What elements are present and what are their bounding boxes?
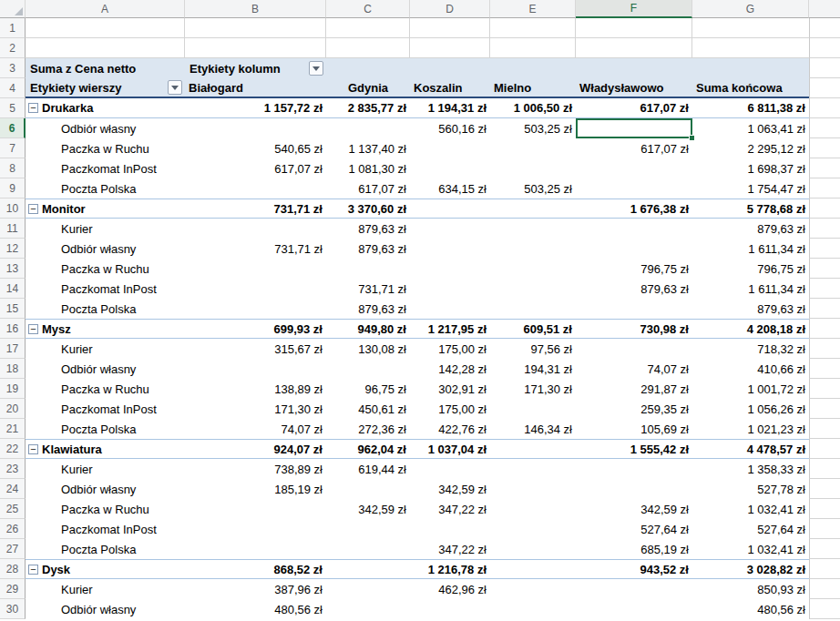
pivot-row-label[interactable]: Paczka w Ruchu bbox=[26, 379, 185, 399]
pivot-value-cell[interactable] bbox=[490, 219, 576, 239]
empty-cell[interactable] bbox=[26, 18, 185, 38]
pivot-value-cell[interactable]: 96,75 zł bbox=[326, 379, 410, 399]
pivot-value-cell[interactable]: 97,56 zł bbox=[490, 339, 576, 359]
row-number-9[interactable]: 9 bbox=[0, 178, 26, 199]
pivot-value-cell[interactable] bbox=[576, 178, 692, 199]
empty-cell[interactable] bbox=[692, 18, 809, 38]
row-number-1[interactable]: 1 bbox=[0, 18, 26, 38]
empty-cell[interactable] bbox=[809, 98, 840, 118]
pivot-value-cell[interactable]: 527,78 zł bbox=[692, 479, 809, 499]
pivot-value-cell[interactable]: 138,89 zł bbox=[185, 379, 326, 399]
pivot-row-label[interactable]: Odbiór własny bbox=[26, 599, 185, 619]
pivot-value-cell[interactable] bbox=[576, 339, 692, 359]
pivot-value-cell[interactable]: 730,98 zł bbox=[576, 319, 692, 339]
pivot-value-cell[interactable]: 387,96 zł bbox=[185, 579, 326, 599]
pivot-value-cell[interactable]: 480,56 zł bbox=[185, 599, 326, 619]
empty-cell[interactable] bbox=[809, 439, 840, 459]
pivot-value-cell[interactable]: 3 028,82 zł bbox=[692, 559, 809, 579]
empty-cell[interactable] bbox=[26, 38, 185, 58]
pivot-value-cell[interactable] bbox=[326, 539, 410, 559]
pivot-value-cell[interactable]: 1 216,78 zł bbox=[410, 559, 490, 579]
pivot-value-cell[interactable]: 175,00 zł bbox=[410, 399, 490, 419]
pivot-value-cell[interactable]: 1 698,37 zł bbox=[692, 158, 809, 178]
pivot-row-labels-caption[interactable]: Etykiety wierszy bbox=[26, 78, 185, 98]
pivot-row-label[interactable]: Poczta Polska bbox=[26, 299, 185, 319]
pivot-value-cell[interactable]: 1 555,42 zł bbox=[576, 439, 692, 459]
pivot-value-cell[interactable] bbox=[326, 118, 410, 138]
row-number-24[interactable]: 24 bbox=[0, 479, 26, 499]
row-number-16[interactable]: 16 bbox=[0, 319, 26, 339]
pivot-value-cell[interactable]: 1 137,40 zł bbox=[326, 138, 410, 158]
pivot-value-cell[interactable] bbox=[410, 158, 490, 178]
empty-cell[interactable] bbox=[326, 38, 410, 58]
pivot-row-label[interactable]: Kurier bbox=[26, 339, 185, 359]
pivot-value-cell[interactable]: 868,52 zł bbox=[185, 559, 326, 579]
pivot-value-cell[interactable]: 185,19 zł bbox=[185, 479, 326, 499]
pivot-row-label[interactable]: −Drukarka bbox=[26, 98, 185, 118]
pivot-value-cell[interactable]: 462,96 zł bbox=[410, 579, 490, 599]
empty-cell[interactable] bbox=[809, 599, 840, 619]
pivot-value-cell[interactable] bbox=[490, 299, 576, 319]
empty-cell[interactable] bbox=[809, 78, 840, 98]
pivot-value-cell[interactable]: 259,35 zł bbox=[576, 399, 692, 419]
pivot-value-cell[interactable]: 962,04 zł bbox=[326, 439, 410, 459]
empty-cell[interactable] bbox=[809, 219, 840, 239]
pivot-value-cell[interactable]: 74,07 zł bbox=[576, 359, 692, 379]
empty-cell[interactable] bbox=[809, 499, 840, 519]
pivot-column-header-label[interactable]: Suma końcowa bbox=[692, 78, 809, 98]
pivot-value-cell[interactable]: 731,71 zł bbox=[185, 239, 326, 259]
collapse-minus-icon[interactable]: − bbox=[28, 204, 38, 214]
pivot-value-field-label[interactable]: Suma z Cena netto bbox=[26, 58, 185, 78]
pivot-value-cell[interactable] bbox=[490, 579, 576, 599]
empty-cell[interactable] bbox=[809, 399, 840, 419]
pivot-row-label[interactable]: Paczkomat InPost bbox=[26, 519, 185, 539]
row-number-25[interactable]: 25 bbox=[0, 499, 26, 519]
pivot-row-label[interactable]: −Monitor bbox=[26, 199, 185, 219]
row-number-17[interactable]: 17 bbox=[0, 339, 26, 359]
pivot-row-label[interactable]: Poczta Polska bbox=[26, 539, 185, 559]
pivot-value-cell[interactable]: 718,32 zł bbox=[692, 339, 809, 359]
pivot-value-cell[interactable]: 619,44 zł bbox=[326, 459, 410, 479]
pivot-header-cell[interactable] bbox=[410, 58, 490, 78]
pivot-value-cell[interactable]: 699,93 zł bbox=[185, 319, 326, 339]
pivot-value-cell[interactable]: 617,07 zł bbox=[576, 98, 692, 118]
pivot-value-cell[interactable]: 4 208,18 zł bbox=[692, 319, 809, 339]
pivot-value-cell[interactable]: 617,07 zł bbox=[576, 138, 692, 158]
pivot-value-cell[interactable]: 527,64 zł bbox=[576, 519, 692, 539]
pivot-value-cell[interactable]: 291,87 zł bbox=[576, 379, 692, 399]
pivot-value-cell[interactable] bbox=[410, 138, 490, 158]
collapse-minus-icon[interactable]: − bbox=[28, 103, 38, 113]
empty-cell[interactable] bbox=[809, 359, 840, 379]
pivot-value-cell[interactable]: 879,63 zł bbox=[692, 299, 809, 319]
pivot-value-cell[interactable]: 879,63 zł bbox=[576, 279, 692, 299]
empty-cell[interactable] bbox=[410, 18, 490, 38]
pivot-value-cell[interactable]: 347,22 zł bbox=[410, 539, 490, 559]
pivot-row-label[interactable]: Kurier bbox=[26, 459, 185, 479]
pivot-value-cell[interactable] bbox=[410, 259, 490, 279]
empty-cell[interactable] bbox=[809, 579, 840, 599]
pivot-column-header-label[interactable]: Gdynia bbox=[326, 78, 410, 98]
pivot-column-header-label[interactable]: Białogard bbox=[185, 78, 326, 98]
pivot-value-cell[interactable] bbox=[185, 279, 326, 299]
pivot-value-cell[interactable]: 634,15 zł bbox=[410, 178, 490, 199]
row-number-15[interactable]: 15 bbox=[0, 299, 26, 319]
pivot-value-cell[interactable]: 302,91 zł bbox=[410, 379, 490, 399]
pivot-value-cell[interactable]: 1 032,41 zł bbox=[692, 499, 809, 519]
pivot-value-cell[interactable]: 422,76 zł bbox=[410, 419, 490, 439]
pivot-value-cell[interactable] bbox=[185, 259, 326, 279]
row-number-18[interactable]: 18 bbox=[0, 359, 26, 379]
row-number-29[interactable]: 29 bbox=[0, 579, 26, 599]
pivot-row-label[interactable]: −Klawiatura bbox=[26, 439, 185, 459]
pivot-value-cell[interactable]: 1 217,95 zł bbox=[410, 319, 490, 339]
pivot-header-cell[interactable] bbox=[576, 58, 692, 78]
pivot-value-cell[interactable] bbox=[185, 219, 326, 239]
pivot-value-cell[interactable]: 879,63 zł bbox=[326, 219, 410, 239]
pivot-row-label[interactable]: Paczka w Ruchu bbox=[26, 259, 185, 279]
row-number-20[interactable]: 20 bbox=[0, 399, 26, 419]
pivot-value-cell[interactable]: 1 194,31 zł bbox=[410, 98, 490, 118]
pivot-value-cell[interactable] bbox=[326, 519, 410, 539]
pivot-value-cell[interactable] bbox=[326, 359, 410, 379]
pivot-value-cell[interactable] bbox=[326, 479, 410, 499]
empty-cell[interactable] bbox=[576, 18, 692, 38]
pivot-value-cell[interactable]: 850,93 zł bbox=[692, 579, 809, 599]
